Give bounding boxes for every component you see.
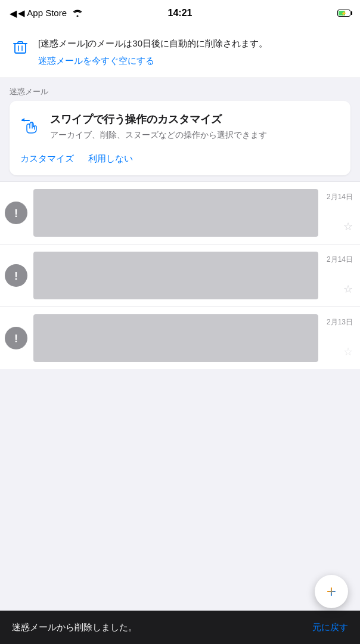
email-preview-2 bbox=[33, 252, 318, 299]
notification-banner: [迷惑メール]のメールは30日後に自動的に削除されます。 迷惑メールを今すぐ空に… bbox=[0, 26, 360, 78]
empty-spam-link[interactable]: 迷惑メールを今すぐ空にする bbox=[38, 55, 348, 67]
star-icon-1[interactable]: ☆ bbox=[343, 220, 353, 233]
compose-fab[interactable]: + bbox=[315, 575, 348, 608]
status-time: 14:21 bbox=[168, 8, 193, 18]
status-bar: ◀ ◀ App Store 14:21 ⚡ bbox=[0, 0, 360, 26]
email-meta-3: 2月13日 ☆ bbox=[323, 317, 353, 358]
notification-text-block: [迷惑メール]のメールは30日後に自動的に削除されます。 迷惑メールを今すぐ空に… bbox=[38, 37, 348, 67]
star-icon-3[interactable]: ☆ bbox=[343, 345, 353, 358]
email-date-2: 2月14日 bbox=[327, 255, 353, 265]
swipe-text-block: スワイプで行う操作のカスタマイズ アーカイブ、削除、スヌーズなどの操作から選択で… bbox=[50, 113, 267, 141]
toast-bar: 迷惑メールから削除しました。 元に戻す bbox=[0, 611, 360, 644]
star-icon-2[interactable]: ☆ bbox=[343, 283, 353, 296]
undo-button[interactable]: 元に戻す bbox=[312, 622, 348, 633]
svg-text:!: ! bbox=[14, 333, 18, 345]
spam-badge-2: ! bbox=[5, 264, 27, 287]
wifi-icon bbox=[73, 8, 82, 18]
email-preview-3 bbox=[33, 314, 318, 362]
swipe-card: スワイプで行う操作のカスタマイズ アーカイブ、削除、スヌーズなどの操作から選択で… bbox=[10, 101, 350, 175]
swipe-title: スワイプで行う操作のカスタマイズ bbox=[50, 113, 267, 126]
email-item[interactable]: ! 2月14日 ☆ bbox=[0, 244, 360, 307]
swipe-actions: カスタマイズ 利用しない bbox=[20, 153, 340, 165]
trash-icon bbox=[12, 38, 29, 57]
status-indicators: ⚡ bbox=[337, 10, 350, 17]
status-back[interactable]: ◀ ◀ App Store bbox=[10, 8, 82, 19]
swipe-card-top: スワイプで行う操作のカスタマイズ アーカイブ、削除、スヌーズなどの操作から選択で… bbox=[20, 113, 340, 141]
svg-text:!: ! bbox=[14, 208, 18, 219]
email-list: ! 2月14日 ☆ ! 2月14日 ☆ ! bbox=[0, 182, 360, 369]
email-date-1: 2月14日 bbox=[327, 192, 353, 202]
section-header: 迷惑メール bbox=[0, 78, 360, 101]
back-chevron[interactable]: ◀ bbox=[10, 8, 17, 19]
email-date-3: 2月13日 bbox=[327, 317, 353, 327]
toast-message: 迷惑メールから削除しました。 bbox=[12, 622, 137, 633]
compose-plus-icon: + bbox=[327, 583, 336, 600]
battery-icon: ⚡ bbox=[337, 10, 350, 17]
svg-marker-6 bbox=[21, 118, 24, 122]
email-meta-2: 2月14日 ☆ bbox=[323, 255, 353, 296]
back-label[interactable]: ◀ App Store bbox=[18, 8, 67, 18]
email-meta-1: 2月14日 ☆ bbox=[323, 192, 353, 233]
dismiss-link[interactable]: 利用しない bbox=[88, 153, 133, 165]
email-preview-1 bbox=[33, 189, 318, 237]
email-item[interactable]: ! 2月14日 ☆ bbox=[0, 182, 360, 244]
spam-badge-1: ! bbox=[5, 202, 27, 224]
swipe-gesture-icon bbox=[20, 114, 42, 138]
customize-link[interactable]: カスタマイズ bbox=[20, 153, 74, 165]
swipe-desc: アーカイブ、削除、スヌーズなどの操作から選択できます bbox=[50, 129, 267, 141]
svg-rect-0 bbox=[15, 44, 26, 53]
spam-badge-3: ! bbox=[5, 327, 27, 349]
battery-bolt: ⚡ bbox=[341, 11, 347, 16]
notification-description: [迷惑メール]のメールは30日後に自動的に削除されます。 bbox=[38, 37, 348, 51]
email-item[interactable]: ! 2月13日 ☆ bbox=[0, 307, 360, 369]
svg-text:!: ! bbox=[14, 270, 18, 282]
